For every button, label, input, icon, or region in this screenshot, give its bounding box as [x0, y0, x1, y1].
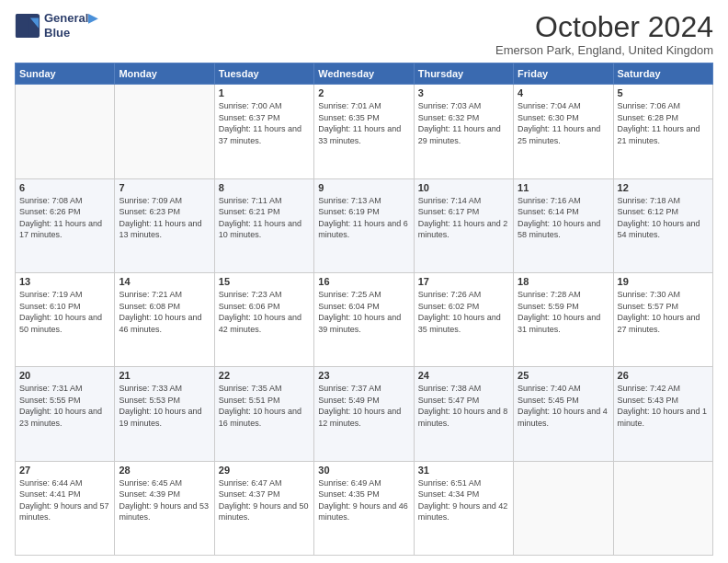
day-number: 13: [19, 276, 110, 287]
calendar-cell: [514, 461, 613, 555]
day-info: Sunrise: 7:30 AM Sunset: 5:57 PM Dayligh…: [618, 289, 709, 335]
calendar-cell: 3Sunrise: 7:03 AM Sunset: 6:32 PM Daylig…: [414, 85, 513, 178]
calendar-week-row: 13Sunrise: 7:19 AM Sunset: 6:10 PM Dayli…: [16, 272, 713, 366]
header: General▶ Blue October 2024 Emerson Park,…: [15, 11, 713, 57]
title-block: October 2024 Emerson Park, England, Unit…: [495, 11, 713, 57]
day-number: 27: [19, 465, 110, 476]
day-info: Sunrise: 6:44 AM Sunset: 4:41 PM Dayligh…: [19, 477, 110, 523]
calendar-cell: 8Sunrise: 7:11 AM Sunset: 6:21 PM Daylig…: [214, 178, 313, 272]
day-info: Sunrise: 7:23 AM Sunset: 6:06 PM Dayligh…: [219, 289, 310, 335]
day-info: Sunrise: 6:47 AM Sunset: 4:37 PM Dayligh…: [219, 477, 310, 523]
calendar-cell: 9Sunrise: 7:13 AM Sunset: 6:19 PM Daylig…: [314, 178, 414, 272]
calendar-cell: 25Sunrise: 7:40 AM Sunset: 5:45 PM Dayli…: [514, 367, 613, 461]
day-number: 10: [418, 182, 509, 193]
day-number: 15: [219, 276, 310, 287]
weekday-header: Monday: [115, 63, 214, 85]
day-number: 14: [119, 276, 210, 287]
day-info: Sunrise: 7:38 AM Sunset: 5:47 PM Dayligh…: [418, 383, 509, 429]
calendar-cell: 27Sunrise: 6:44 AM Sunset: 4:41 PM Dayli…: [16, 461, 115, 555]
day-info: Sunrise: 7:14 AM Sunset: 6:17 PM Dayligh…: [418, 195, 509, 241]
day-number: 18: [518, 276, 609, 287]
calendar-week-row: 6Sunrise: 7:08 AM Sunset: 6:26 PM Daylig…: [16, 178, 713, 272]
calendar-cell: 12Sunrise: 7:18 AM Sunset: 6:12 PM Dayli…: [613, 178, 712, 272]
day-info: Sunrise: 7:13 AM Sunset: 6:19 PM Dayligh…: [318, 195, 409, 241]
weekday-header: Thursday: [414, 63, 513, 85]
day-number: 17: [418, 276, 509, 287]
calendar-cell: 5Sunrise: 7:06 AM Sunset: 6:28 PM Daylig…: [613, 85, 712, 178]
calendar-cell: 28Sunrise: 6:45 AM Sunset: 4:39 PM Dayli…: [115, 461, 214, 555]
calendar-week-row: 27Sunrise: 6:44 AM Sunset: 4:41 PM Dayli…: [16, 461, 713, 555]
calendar-cell: 24Sunrise: 7:38 AM Sunset: 5:47 PM Dayli…: [414, 367, 513, 461]
day-number: 8: [219, 182, 310, 193]
day-number: 16: [318, 276, 409, 287]
logo-text: General▶ Blue: [44, 11, 97, 40]
day-number: 24: [418, 370, 509, 381]
day-number: 4: [518, 87, 609, 98]
day-number: 31: [418, 465, 509, 476]
logo: General▶ Blue: [15, 11, 97, 40]
calendar-week-row: 1Sunrise: 7:00 AM Sunset: 6:37 PM Daylig…: [16, 85, 713, 178]
logo-icon: [15, 13, 40, 39]
day-info: Sunrise: 7:18 AM Sunset: 6:12 PM Dayligh…: [618, 195, 709, 241]
day-info: Sunrise: 7:33 AM Sunset: 5:53 PM Dayligh…: [119, 383, 210, 429]
day-number: 2: [318, 87, 409, 98]
day-info: Sunrise: 7:11 AM Sunset: 6:21 PM Dayligh…: [219, 195, 310, 241]
calendar-cell: 4Sunrise: 7:04 AM Sunset: 6:30 PM Daylig…: [514, 85, 613, 178]
day-info: Sunrise: 7:37 AM Sunset: 5:49 PM Dayligh…: [318, 383, 409, 429]
day-info: Sunrise: 7:16 AM Sunset: 6:14 PM Dayligh…: [518, 195, 609, 241]
day-number: 25: [518, 370, 609, 381]
weekday-header: Friday: [514, 63, 613, 85]
header-row: SundayMondayTuesdayWednesdayThursdayFrid…: [16, 63, 713, 85]
calendar-cell: 2Sunrise: 7:01 AM Sunset: 6:35 PM Daylig…: [314, 85, 414, 178]
calendar-cell: 30Sunrise: 6:49 AM Sunset: 4:35 PM Dayli…: [314, 461, 414, 555]
calendar-cell: 29Sunrise: 6:47 AM Sunset: 4:37 PM Dayli…: [214, 461, 313, 555]
calendar-cell: [115, 85, 214, 178]
calendar-cell: 13Sunrise: 7:19 AM Sunset: 6:10 PM Dayli…: [16, 272, 115, 366]
day-info: Sunrise: 7:40 AM Sunset: 5:45 PM Dayligh…: [518, 383, 609, 429]
day-number: 21: [119, 370, 210, 381]
day-number: 12: [618, 182, 709, 193]
day-number: 29: [219, 465, 310, 476]
day-info: Sunrise: 7:21 AM Sunset: 6:08 PM Dayligh…: [119, 289, 210, 335]
day-info: Sunrise: 7:00 AM Sunset: 6:37 PM Dayligh…: [219, 100, 310, 146]
calendar-cell: 23Sunrise: 7:37 AM Sunset: 5:49 PM Dayli…: [314, 367, 414, 461]
calendar-cell: 1Sunrise: 7:00 AM Sunset: 6:37 PM Daylig…: [214, 85, 313, 178]
day-number: 28: [119, 465, 210, 476]
day-info: Sunrise: 7:25 AM Sunset: 6:04 PM Dayligh…: [318, 289, 409, 335]
calendar-cell: 14Sunrise: 7:21 AM Sunset: 6:08 PM Dayli…: [115, 272, 214, 366]
calendar-table: SundayMondayTuesdayWednesdayThursdayFrid…: [15, 63, 713, 556]
calendar-cell: 6Sunrise: 7:08 AM Sunset: 6:26 PM Daylig…: [16, 178, 115, 272]
day-number: 11: [518, 182, 609, 193]
calendar-cell: 20Sunrise: 7:31 AM Sunset: 5:55 PM Dayli…: [16, 367, 115, 461]
day-number: 7: [119, 182, 210, 193]
day-info: Sunrise: 6:51 AM Sunset: 4:34 PM Dayligh…: [418, 477, 509, 523]
day-number: 30: [318, 465, 409, 476]
calendar-cell: 26Sunrise: 7:42 AM Sunset: 5:43 PM Dayli…: [613, 367, 712, 461]
calendar-cell: 22Sunrise: 7:35 AM Sunset: 5:51 PM Dayli…: [214, 367, 313, 461]
day-number: 19: [618, 276, 709, 287]
svg-rect-2: [16, 14, 29, 38]
weekday-header: Saturday: [613, 63, 712, 85]
day-number: 22: [219, 370, 310, 381]
calendar-cell: 15Sunrise: 7:23 AM Sunset: 6:06 PM Dayli…: [214, 272, 313, 366]
day-info: Sunrise: 7:06 AM Sunset: 6:28 PM Dayligh…: [618, 100, 709, 146]
day-number: 9: [318, 182, 409, 193]
day-info: Sunrise: 7:28 AM Sunset: 5:59 PM Dayligh…: [518, 289, 609, 335]
day-info: Sunrise: 7:04 AM Sunset: 6:30 PM Dayligh…: [518, 100, 609, 146]
location: Emerson Park, England, United Kingdom: [495, 43, 713, 57]
day-info: Sunrise: 7:08 AM Sunset: 6:26 PM Dayligh…: [19, 195, 110, 241]
day-info: Sunrise: 6:45 AM Sunset: 4:39 PM Dayligh…: [119, 477, 210, 523]
calendar-cell: 7Sunrise: 7:09 AM Sunset: 6:23 PM Daylig…: [115, 178, 214, 272]
calendar-cell: 11Sunrise: 7:16 AM Sunset: 6:14 PM Dayli…: [514, 178, 613, 272]
day-number: 6: [19, 182, 110, 193]
day-info: Sunrise: 7:01 AM Sunset: 6:35 PM Dayligh…: [318, 100, 409, 146]
day-info: Sunrise: 7:35 AM Sunset: 5:51 PM Dayligh…: [219, 383, 310, 429]
month-title: October 2024: [495, 11, 713, 43]
calendar-cell: 21Sunrise: 7:33 AM Sunset: 5:53 PM Dayli…: [115, 367, 214, 461]
day-number: 20: [19, 370, 110, 381]
day-info: Sunrise: 7:26 AM Sunset: 6:02 PM Dayligh…: [418, 289, 509, 335]
calendar-week-row: 20Sunrise: 7:31 AM Sunset: 5:55 PM Dayli…: [16, 367, 713, 461]
day-number: 1: [219, 87, 310, 98]
weekday-header: Tuesday: [214, 63, 313, 85]
day-number: 23: [318, 370, 409, 381]
